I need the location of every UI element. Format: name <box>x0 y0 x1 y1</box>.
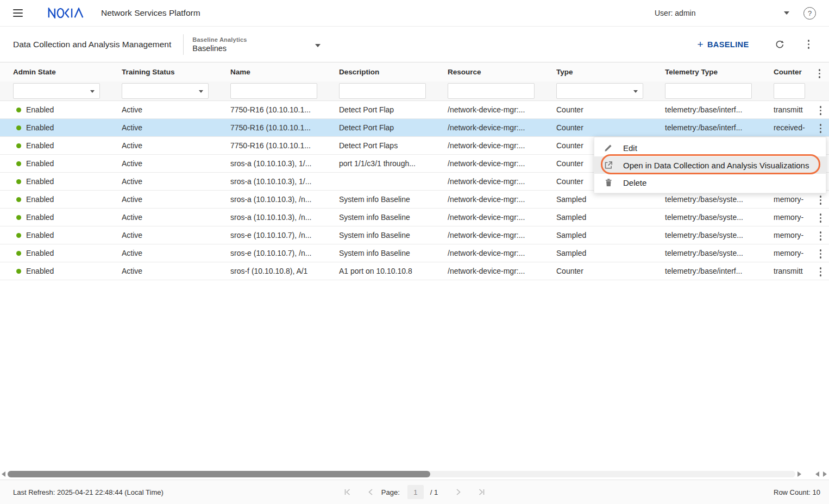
next-page-icon[interactable] <box>454 488 462 496</box>
cell-description: System info Baseline <box>339 209 448 226</box>
status-dot-enabled <box>16 269 21 274</box>
view-value: Baselines <box>192 44 323 53</box>
divider <box>183 34 184 55</box>
table-row[interactable]: EnabledActivesros-a (10.10.10.3), /n...S… <box>0 209 829 226</box>
plus-icon: + <box>697 39 704 49</box>
menu-icon[interactable] <box>13 9 23 17</box>
table-settings-kebab-icon[interactable] <box>818 68 822 79</box>
menu-item-delete[interactable]: Delete <box>594 174 826 191</box>
admin-state-label: Enabled <box>26 195 54 204</box>
cell-description: Detect Port Flaps <box>339 137 448 154</box>
cell-type: Sampled <box>556 226 665 244</box>
cell-admin-state: Enabled <box>0 173 122 190</box>
toolbar-kebab-icon[interactable] <box>807 39 811 50</box>
filter-input-counter[interactable] <box>774 83 805 99</box>
cell-resource: /network-device-mgr:... <box>448 226 556 244</box>
horizontal-scrollbar <box>0 469 829 480</box>
row-actions-kebab-icon[interactable] <box>819 266 823 278</box>
cell-type: Counter <box>556 101 665 118</box>
row-count-text: Row Count: 10 <box>774 488 820 496</box>
menu-item-open-in-visualizations[interactable]: Open in Data Collection and Analysis Vis… <box>594 156 826 174</box>
column-header-training-status[interactable]: Training Status <box>122 62 230 81</box>
cell-resource: /network-device-mgr:... <box>448 262 556 280</box>
row-actions-kebab-icon[interactable] <box>819 194 823 206</box>
menu-item-label: Edit <box>623 143 637 153</box>
column-header-telemetry-type[interactable]: Telemetry Type <box>665 62 774 81</box>
cell-admin-state: Enabled <box>0 226 122 244</box>
table-row[interactable]: EnabledActive7750-R16 (10.10.10.1...Dete… <box>0 101 829 119</box>
cell-resource: /network-device-mgr:... <box>448 191 556 208</box>
filter-select-admin-state[interactable] <box>13 83 100 99</box>
row-context-menu: Edit Open in Data Collection and Analysi… <box>594 137 826 193</box>
cell-resource: /network-device-mgr:... <box>448 137 556 154</box>
cell-resource: /network-device-mgr:... <box>448 101 556 118</box>
table-row[interactable]: EnabledActive7750-R16 (10.10.10.1...Dete… <box>0 119 829 137</box>
prev-page-icon[interactable] <box>367 488 375 496</box>
table-filter-row <box>0 81 829 101</box>
table-row[interactable]: EnabledActivesros-e (10.10.10.7), /n...S… <box>0 244 829 262</box>
first-page-icon[interactable] <box>343 488 351 496</box>
scroll-step-left-icon[interactable] <box>815 471 819 477</box>
table-row[interactable]: EnabledActivesros-e (10.10.10.7), /n...S… <box>0 226 829 244</box>
scroll-right-icon[interactable] <box>797 471 801 477</box>
filter-cell <box>774 83 829 99</box>
cell-description: Detect Port Flap <box>339 119 448 136</box>
filter-cell <box>339 83 448 99</box>
cell-training-status: Active <box>122 191 230 208</box>
page-total: / 1 <box>430 488 438 496</box>
top-bar: Network Services Platform User: admin ? <box>0 0 829 27</box>
edit-icon <box>604 143 613 153</box>
row-actions-kebab-icon[interactable] <box>819 230 823 242</box>
cell-name: sros-f (10.10.10.8), A/1 <box>230 262 339 280</box>
help-icon[interactable]: ? <box>803 7 816 20</box>
column-header-type[interactable]: Type <box>556 62 665 81</box>
cell-resource: /network-device-mgr:... <box>448 209 556 226</box>
cell-description: Detect Port Flap <box>339 101 448 118</box>
filter-select-type[interactable] <box>556 83 643 99</box>
chevron-down-icon <box>784 11 789 15</box>
cell-description: A1 port on 10.10.10.8 <box>339 262 448 280</box>
cell-name: sros-a (10.10.10.3), /n... <box>230 191 339 208</box>
status-bar: Last Refresh: 2025-04-21 22:48:44 (Local… <box>0 480 829 504</box>
column-header-resource[interactable]: Resource <box>448 62 556 81</box>
last-page-icon[interactable] <box>478 488 486 496</box>
add-baseline-button[interactable]: + BASELINE <box>694 39 752 50</box>
row-actions-kebab-icon[interactable] <box>819 212 823 224</box>
scrollbar-thumb[interactable] <box>8 471 430 477</box>
scroll-left-icon[interactable] <box>2 471 5 477</box>
scroll-step-right-icon[interactable] <box>823 471 827 477</box>
cell-training-status: Active <box>122 119 230 136</box>
filter-input-description[interactable] <box>339 83 426 99</box>
cell-training-status: Active <box>122 209 230 226</box>
cell-name: sros-a (10.10.10.3), /n... <box>230 209 339 226</box>
cell-description <box>339 173 448 190</box>
filter-input-name[interactable] <box>230 83 317 99</box>
admin-state-label: Enabled <box>26 105 54 114</box>
row-actions-kebab-icon[interactable] <box>819 105 823 116</box>
chevron-down-icon <box>315 44 321 47</box>
table-row[interactable]: EnabledActivesros-f (10.10.10.8), A/1A1 … <box>0 262 829 280</box>
cell-resource: /network-device-mgr:... <box>448 155 556 172</box>
filter-input-telemetry-type[interactable] <box>665 83 752 99</box>
row-actions-kebab-icon[interactable] <box>819 248 823 260</box>
filter-select-training-status[interactable] <box>122 83 209 99</box>
cell-name: sros-a (10.10.10.3), 1/... <box>230 155 339 172</box>
view-selector-dropdown[interactable]: Baseline Analytics Baselines <box>192 36 323 53</box>
cell-telemetry-type: telemetry:/base/interf... <box>665 262 774 280</box>
page-number-input[interactable]: 1 <box>407 485 424 499</box>
menu-item-edit[interactable]: Edit <box>594 139 826 156</box>
cell-telemetry-type: telemetry:/base/interf... <box>665 119 774 136</box>
refresh-icon[interactable] <box>774 39 785 50</box>
cell-telemetry-type: telemetry:/base/syste... <box>665 244 774 262</box>
column-header-name[interactable]: Name <box>230 62 339 81</box>
cell-telemetry-type: telemetry:/base/syste... <box>665 226 774 244</box>
delete-icon <box>604 178 613 187</box>
nokia-logo <box>48 8 85 18</box>
app-title: Network Services Platform <box>101 8 200 18</box>
filter-input-resource[interactable] <box>448 83 535 99</box>
column-header-description[interactable]: Description <box>339 62 448 81</box>
row-actions-kebab-icon[interactable] <box>819 123 823 134</box>
user-menu[interactable]: User: admin <box>655 9 789 17</box>
column-header-admin-state[interactable]: Admin State <box>0 62 122 81</box>
status-dot-enabled <box>16 143 21 148</box>
